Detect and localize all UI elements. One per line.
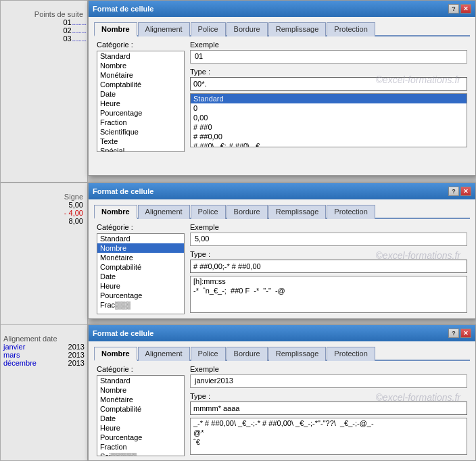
background-panel-2: Signe 5,00 - 4,00 8,00 <box>0 183 88 338</box>
dialog-2-category-list: Standard Nombre Monétaire Comptabilité D… <box>97 233 185 314</box>
tab-1-remplissage[interactable]: Remplissage <box>268 22 327 37</box>
cat-3-date[interactable]: Date <box>97 414 184 423</box>
cat-2-fraction[interactable]: Frac▒▒▒ <box>97 300 184 310</box>
tab-3-remplissage[interactable]: Remplissage <box>268 347 327 361</box>
tab-3-police[interactable]: Police <box>191 347 226 361</box>
dialog-2-category-panel: Catégorie : Standard Nombre Monétaire Co… <box>97 223 185 314</box>
dialog-2-close-btn[interactable]: ✕ <box>460 187 471 196</box>
tab-2-police[interactable]: Police <box>191 205 226 219</box>
type-2-hmm[interactable]: [h]:mm:ss <box>191 276 467 286</box>
dialog-1: Format de cellule ? ✕ Nombre Alignement … <box>88 0 476 176</box>
dialog-3-type-list[interactable]: _-* # ##0,00\ _€_-;-* # ##0,00\ _€_-;-*"… <box>190 418 467 455</box>
tab-2-protection[interactable]: Protection <box>327 205 375 219</box>
cat-3-nombre[interactable]: Nombre <box>97 385 184 395</box>
tab-3-nombre[interactable]: Nombre <box>94 347 137 361</box>
cat-3-heure[interactable]: Heure <box>97 423 184 433</box>
dialog-1-close-btn[interactable]: ✕ <box>460 4 471 14</box>
tab-2-remplissage[interactable]: Remplissage <box>268 205 327 219</box>
tab-2-alignement[interactable]: Alignement <box>138 205 190 219</box>
cat-3-pourcentage[interactable]: Pourcentage <box>97 433 184 442</box>
dialog-3-type-input[interactable] <box>190 402 467 415</box>
dialog-1-example-label: Exemple <box>190 41 467 49</box>
dialog-1-type-input[interactable] <box>190 77 467 91</box>
bg-row-3-label: 03............ <box>1 34 87 43</box>
dots-1: ............ <box>72 19 86 26</box>
cat-3-standard[interactable]: Standard <box>97 376 184 385</box>
tab-2-nombre[interactable]: Nombre <box>94 205 137 219</box>
dialog-3-content: Catégorie : Standard Nombre Monétaire Co… <box>94 365 470 456</box>
cat-1-date[interactable]: Date <box>97 89 184 99</box>
tab-1-police[interactable]: Police <box>191 22 226 37</box>
type-1-hash000[interactable]: # ##0,00 <box>191 132 467 141</box>
dialog-2-type-input[interactable] <box>190 260 467 273</box>
cat-3-comptabilite[interactable]: Comptabilité <box>97 404 184 414</box>
type-2-custom[interactable]: -* ˆn_€_-; ##0 F -* "-" -@ <box>191 286 467 295</box>
dialog-1-category-items[interactable]: Standard Nombre Monétaire Comptabilité D… <box>97 51 184 151</box>
tab-3-protection[interactable]: Protection <box>327 347 375 361</box>
cat-1-nombre[interactable]: Nombre <box>97 61 184 70</box>
type-1-000[interactable]: 0,00 <box>191 113 467 122</box>
dialog-3-help-btn[interactable]: ? <box>448 329 459 338</box>
bg-signe-1: 5,00 <box>1 201 87 209</box>
tab-1-bordure[interactable]: Bordure <box>227 22 268 37</box>
cat-2-heure[interactable]: Heure <box>97 281 184 291</box>
type-1-hash0[interactable]: # ##0 <box>191 122 467 132</box>
dialog-3-controls: ? ✕ <box>448 329 471 338</box>
dialog-1-right-panel: Exemple 01 Type : Standard 0 0,00 # ##0 … <box>190 41 467 152</box>
cat-2-monetaire[interactable]: Monétaire <box>97 253 184 262</box>
dots-3: ............ <box>72 35 86 43</box>
dialog-1-category-label: Catégorie : <box>97 41 185 49</box>
dialog-2-type-list[interactable]: [h]:mm:ss -* ˆn_€_-; ##0 F -* "-" -@ <box>190 276 467 313</box>
cat-3-scient[interactable]: Sci▒▒▒▒▒ <box>97 452 184 456</box>
dialog-3-close-btn[interactable]: ✕ <box>460 329 471 338</box>
type-3-item1[interactable]: _-* # ##0,00\ _€_-;-* # ##0,00\ _€_-;-*"… <box>191 418 467 428</box>
tab-2-bordure[interactable]: Bordure <box>227 205 268 219</box>
dialog-3: Format de cellule ? ✕ Nombre Alignement … <box>88 324 476 461</box>
dialog-1-content: Catégorie : Standard Nombre Monétaire Co… <box>94 41 470 152</box>
dialog-2-category-items[interactable]: Standard Nombre Monétaire Comptabilité D… <box>97 234 184 314</box>
cat-1-special[interactable]: Spécial <box>97 146 184 151</box>
bg-date-2013-2: 2013 <box>57 351 87 359</box>
cat-1-monetaire[interactable]: Monétaire <box>97 70 184 80</box>
type-3-item3[interactable]: ˆ€ <box>191 437 467 447</box>
dialog-3-example-value: janvier2013 <box>190 374 467 388</box>
dialog-2-help-btn[interactable]: ? <box>448 187 459 196</box>
background-panel-3: Alignement date janvier 2013 mars 2013 d… <box>0 324 88 461</box>
tab-1-nombre[interactable]: Nombre <box>94 22 137 37</box>
dialog-1-help-btn[interactable]: ? <box>448 4 459 14</box>
type-3-item2[interactable]: @* <box>191 428 467 437</box>
dialog-2-content: Catégorie : Standard Nombre Monétaire Co… <box>94 223 470 314</box>
bg-date-2013-3: 2013 <box>57 359 87 367</box>
tab-3-alignement[interactable]: Alignement <box>138 347 190 361</box>
cat-1-heure[interactable]: Heure <box>97 99 184 108</box>
cat-2-nombre[interactable]: Nombre <box>97 243 184 253</box>
type-1-0[interactable]: 0 <box>191 103 467 113</box>
type-1-eur1[interactable]: # ##0\ _€;-# ##0\ _€ <box>191 141 467 147</box>
cat-1-comptabilite[interactable]: Comptabilité <box>97 80 184 89</box>
dialog-3-category-items[interactable]: Standard Nombre Monétaire Comptabilité D… <box>97 376 184 456</box>
cat-2-comptabilite[interactable]: Comptabilité <box>97 262 184 272</box>
bg-label-title-1: Points de suite <box>1 10 87 18</box>
cat-1-standard[interactable]: Standard <box>97 51 184 61</box>
cat-3-fraction[interactable]: Fraction <box>97 442 184 452</box>
type-1-standard[interactable]: Standard <box>191 94 467 103</box>
tab-1-protection[interactable]: Protection <box>327 22 375 37</box>
cat-1-fraction[interactable]: Fraction <box>97 118 184 127</box>
cat-1-pourcentage[interactable]: Pourcentage <box>97 108 184 118</box>
cat-2-standard[interactable]: Standard <box>97 234 184 243</box>
dialog-1-type-list[interactable]: Standard 0 0,00 # ##0 # ##0,00 # ##0\ _€… <box>190 93 467 147</box>
cat-1-scientifique[interactable]: Scientifique <box>97 127 184 137</box>
tab-3-bordure[interactable]: Bordure <box>227 347 268 361</box>
dialog-2-controls: ? ✕ <box>448 187 471 196</box>
dialog-1-tab-bar: Nombre Alignement Police Bordure Remplis… <box>94 21 470 37</box>
dialog-2-body: Nombre Alignement Police Bordure Remplis… <box>89 199 475 318</box>
dialog-1-category-list: Standard Nombre Monétaire Comptabilité D… <box>97 51 185 152</box>
cat-3-monetaire[interactable]: Monétaire <box>97 395 184 404</box>
cat-2-date[interactable]: Date <box>97 272 184 281</box>
dialog-3-category-label: Catégorie : <box>97 365 185 373</box>
dialog-2: Format de cellule ? ✕ Nombre Alignement … <box>88 183 476 319</box>
dialog-3-title: Format de cellule <box>93 329 448 337</box>
cat-2-pourcentage[interactable]: Pourcentage <box>97 291 184 300</box>
cat-1-texte[interactable]: Texte <box>97 137 184 146</box>
tab-1-alignement[interactable]: Alignement <box>138 22 190 37</box>
